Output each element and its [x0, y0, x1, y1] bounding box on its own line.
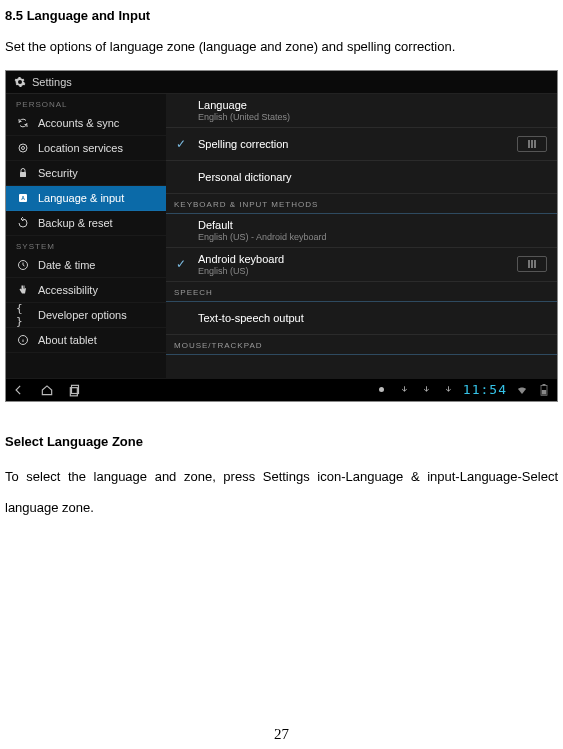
- sidebar-item-label: Developer options: [38, 309, 127, 321]
- sidebar-item-accessibility[interactable]: Accessibility: [6, 278, 166, 303]
- svg-rect-11: [542, 390, 547, 395]
- checkbox-checked-icon[interactable]: ✓: [174, 257, 188, 271]
- system-navbar: 11:54: [6, 378, 557, 401]
- intro-text: Set the options of language zone (langua…: [5, 37, 558, 58]
- main-item-android-keyboard[interactable]: ✓ Android keyboard English (US): [166, 248, 557, 282]
- main-item-title: Text-to-speech output: [198, 312, 547, 324]
- download-icon[interactable]: [441, 383, 455, 397]
- sidebar-item-label: Accessibility: [38, 284, 98, 296]
- download-icon[interactable]: [397, 383, 411, 397]
- settings-main: Language English (United States) ✓ Spell…: [166, 94, 557, 378]
- tablet-screenshot: Settings PERSONAL Accounts & sync Locati…: [5, 70, 558, 402]
- header-title: Settings: [32, 76, 72, 88]
- notification-icon[interactable]: [375, 383, 389, 397]
- sidebar-section-system: SYSTEM: [6, 236, 166, 253]
- download-icon[interactable]: [419, 383, 433, 397]
- sidebar-section-personal: PERSONAL: [6, 94, 166, 111]
- language-icon: A: [16, 191, 30, 205]
- backup-icon: [16, 216, 30, 230]
- sidebar-item-date[interactable]: Date & time: [6, 253, 166, 278]
- main-item-title: Spelling correction: [198, 138, 507, 150]
- sidebar-item-label: About tablet: [38, 334, 97, 346]
- main-section-mouse: MOUSE/TRACKPAD: [166, 335, 557, 355]
- svg-text:A: A: [21, 195, 25, 201]
- svg-rect-2: [20, 172, 26, 177]
- sidebar-item-backup[interactable]: Backup & reset: [6, 211, 166, 236]
- clock-icon: [16, 258, 30, 272]
- main-item-spelling[interactable]: ✓ Spelling correction: [166, 128, 557, 161]
- sidebar-item-label: Accounts & sync: [38, 117, 119, 129]
- section-heading: 8.5 Language and Input: [5, 8, 558, 23]
- braces-icon: { }: [16, 308, 30, 322]
- sidebar-item-location[interactable]: Location services: [6, 136, 166, 161]
- lock-icon: [16, 166, 30, 180]
- settings-header: Settings: [6, 71, 557, 94]
- main-item-title: Language: [198, 99, 547, 111]
- main-section-speech: SPEECH: [166, 282, 557, 302]
- main-item-subtitle: English (United States): [198, 112, 547, 122]
- gear-icon: [14, 76, 26, 88]
- svg-point-0: [22, 146, 25, 149]
- main-item-subtitle: English (US): [198, 266, 507, 276]
- svg-rect-10: [543, 384, 546, 386]
- main-item-tts[interactable]: Text-to-speech output: [166, 302, 557, 335]
- settings-sidebar: PERSONAL Accounts & sync Location servic…: [6, 94, 166, 378]
- location-icon: [16, 141, 30, 155]
- subsection-text: To select the language and zone, press S…: [5, 461, 558, 523]
- page-number: 27: [0, 726, 563, 743]
- back-icon[interactable]: [12, 383, 26, 397]
- sidebar-item-label: Location services: [38, 142, 123, 154]
- sidebar-item-label: Language & input: [38, 192, 124, 204]
- main-item-title: Default: [198, 219, 547, 231]
- wifi-icon[interactable]: [515, 383, 529, 397]
- sidebar-item-label: Backup & reset: [38, 217, 113, 229]
- subsection-heading: Select Language Zone: [5, 434, 558, 449]
- clock-time[interactable]: 11:54: [463, 382, 507, 397]
- hand-icon: [16, 283, 30, 297]
- sync-icon: [16, 116, 30, 130]
- sidebar-item-security[interactable]: Security: [6, 161, 166, 186]
- battery-icon[interactable]: [537, 383, 551, 397]
- main-item-subtitle: English (US) - Android keyboard: [198, 232, 547, 242]
- sidebar-item-developer[interactable]: { } Developer options: [6, 303, 166, 328]
- info-icon: [16, 333, 30, 347]
- sidebar-item-label: Security: [38, 167, 78, 179]
- sidebar-item-accounts[interactable]: Accounts & sync: [6, 111, 166, 136]
- main-section-keyboard: KEYBOARD & INPUT METHODS: [166, 194, 557, 214]
- sidebar-item-language[interactable]: A Language & input: [6, 186, 166, 211]
- settings-slider-icon[interactable]: [517, 256, 547, 272]
- svg-point-1: [19, 144, 27, 152]
- sidebar-item-label: Date & time: [38, 259, 95, 271]
- checkbox-checked-icon[interactable]: ✓: [174, 137, 188, 151]
- settings-slider-icon[interactable]: [517, 136, 547, 152]
- main-item-title: Personal dictionary: [198, 171, 547, 183]
- main-item-personal-dictionary[interactable]: Personal dictionary: [166, 161, 557, 194]
- main-item-title: Android keyboard: [198, 253, 507, 265]
- recents-icon[interactable]: [68, 383, 82, 397]
- home-icon[interactable]: [40, 383, 54, 397]
- main-item-default[interactable]: Default English (US) - Android keyboard: [166, 214, 557, 248]
- sidebar-item-about[interactable]: About tablet: [6, 328, 166, 353]
- main-item-language[interactable]: Language English (United States): [166, 94, 557, 128]
